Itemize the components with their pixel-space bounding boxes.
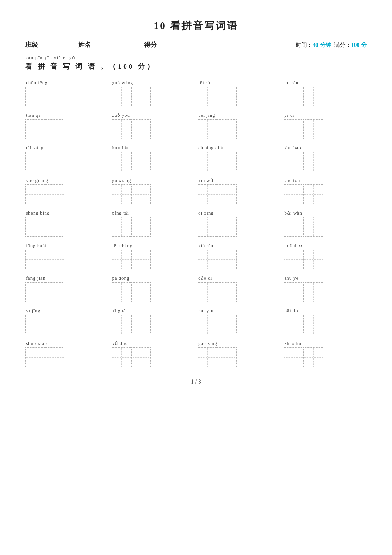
word-pinyin: píng tái (112, 210, 129, 216)
char-box[interactable] (45, 119, 64, 139)
char-box[interactable] (25, 347, 45, 367)
char-box[interactable] (45, 250, 64, 269)
char-box[interactable] (25, 250, 45, 269)
char-box[interactable] (112, 152, 131, 171)
word-item: hái yǒu (198, 308, 281, 334)
char-box[interactable] (198, 184, 217, 204)
word-boxes (112, 217, 151, 237)
char-box[interactable] (303, 282, 323, 302)
char-box[interactable] (131, 217, 151, 237)
char-box[interactable] (284, 282, 303, 302)
char-box[interactable] (284, 347, 303, 367)
char-box[interactable] (131, 152, 151, 171)
char-box[interactable] (45, 87, 64, 106)
word-boxes (25, 315, 64, 334)
char-box[interactable] (131, 184, 151, 204)
instruction-text: 看 拼 音 写 词 语 。（100 分） (25, 61, 367, 72)
char-box[interactable] (112, 282, 131, 302)
word-pinyin: gāo xìng (198, 340, 217, 347)
char-box[interactable] (284, 152, 303, 171)
word-pinyin: guó wáng (112, 79, 133, 86)
char-box[interactable] (112, 347, 131, 367)
char-box[interactable] (45, 184, 64, 204)
char-box[interactable] (112, 87, 131, 106)
char-box[interactable] (25, 315, 45, 334)
word-boxes (284, 217, 323, 237)
char-box[interactable] (131, 282, 151, 302)
char-box[interactable] (112, 217, 131, 237)
char-box[interactable] (112, 184, 131, 204)
char-box[interactable] (303, 250, 323, 269)
char-box[interactable] (45, 347, 64, 367)
char-box[interactable] (284, 119, 303, 139)
char-box[interactable] (112, 119, 131, 139)
char-box[interactable] (303, 184, 323, 204)
word-item: chūn fēng (25, 79, 108, 106)
word-item: qī xīng (198, 210, 281, 237)
char-box[interactable] (45, 282, 64, 302)
char-box[interactable] (198, 250, 217, 269)
char-box[interactable] (284, 87, 303, 106)
char-box[interactable] (303, 87, 323, 106)
char-box[interactable] (198, 152, 217, 171)
char-box[interactable] (303, 217, 323, 237)
char-box[interactable] (198, 119, 217, 139)
char-box[interactable] (25, 217, 45, 237)
char-box[interactable] (303, 347, 323, 367)
char-box[interactable] (198, 87, 217, 106)
word-item: fāng kuài (25, 242, 108, 269)
char-box[interactable] (217, 347, 237, 367)
char-box[interactable] (217, 250, 237, 269)
char-box[interactable] (303, 315, 323, 334)
char-box[interactable] (198, 347, 217, 367)
char-box[interactable] (131, 347, 151, 367)
word-pinyin: xǔ duō (112, 340, 128, 347)
char-box[interactable] (131, 119, 151, 139)
word-boxes (284, 87, 323, 106)
char-box[interactable] (217, 184, 237, 204)
class-label: 班级 (25, 41, 38, 49)
char-box[interactable] (45, 315, 64, 334)
char-box[interactable] (112, 315, 131, 334)
word-pinyin: shuō xiào (25, 340, 47, 347)
char-box[interactable] (303, 152, 323, 171)
char-box[interactable] (198, 282, 217, 302)
char-box[interactable] (25, 282, 45, 302)
word-item: yí cì (284, 112, 367, 139)
word-boxes (112, 119, 151, 139)
char-box[interactable] (217, 217, 237, 237)
char-box[interactable] (284, 217, 303, 237)
char-box[interactable] (217, 315, 237, 334)
word-item: shēng bìng (25, 210, 108, 237)
word-item: huǒ bàn (112, 145, 195, 171)
char-box[interactable] (131, 315, 151, 334)
char-box[interactable] (131, 250, 151, 269)
char-box[interactable] (198, 217, 217, 237)
char-box[interactable] (45, 217, 64, 237)
char-box[interactable] (284, 315, 303, 334)
word-pinyin: mí rén (284, 79, 299, 86)
word-item: bǎi wàn (284, 210, 367, 237)
word-pinyin: gù xiāng (112, 177, 131, 184)
char-box[interactable] (45, 152, 64, 171)
char-box[interactable] (217, 119, 237, 139)
time-info: 时间：40 分钟 满分：100 分 (296, 41, 367, 49)
char-box[interactable] (303, 119, 323, 139)
word-boxes (284, 347, 323, 367)
char-box[interactable] (217, 152, 237, 171)
char-box[interactable] (112, 250, 131, 269)
word-boxes (25, 250, 64, 269)
char-box[interactable] (131, 87, 151, 106)
char-box[interactable] (284, 250, 303, 269)
char-box[interactable] (217, 282, 237, 302)
char-box[interactable] (25, 119, 45, 139)
char-box[interactable] (198, 315, 217, 334)
char-box[interactable] (25, 184, 45, 204)
word-boxes (25, 87, 64, 106)
char-box[interactable] (284, 184, 303, 204)
word-item: xià rén (198, 242, 281, 269)
word-item: huā duǒ (284, 242, 367, 269)
char-box[interactable] (25, 152, 45, 171)
char-box[interactable] (25, 87, 45, 106)
char-box[interactable] (217, 87, 237, 106)
